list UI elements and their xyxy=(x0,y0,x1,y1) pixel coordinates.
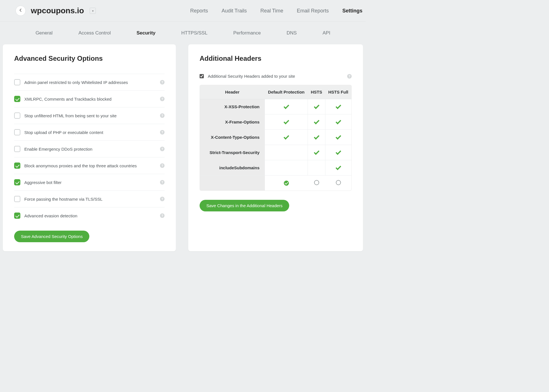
security-option-row: Admin panel restricted to only Whitelist… xyxy=(14,74,165,90)
security-option-row: Force passing the hostname via TLS/SSL? xyxy=(14,190,165,207)
help-icon[interactable]: ? xyxy=(160,180,165,185)
row-header: Strict-Transport-Security xyxy=(200,145,265,160)
topbar-left: wpcoupons.io ▾ xyxy=(16,6,96,16)
tab-general[interactable]: General xyxy=(36,30,53,36)
check-icon xyxy=(336,164,341,170)
table-cell xyxy=(308,99,325,114)
check-icon xyxy=(284,103,289,109)
additional-headers-panel: Additional Headers Additional Security H… xyxy=(188,44,363,251)
table-cell xyxy=(325,99,351,114)
panels-row: Advanced Security Options Admin panel re… xyxy=(0,44,366,258)
col-default-protection: Default Protection xyxy=(265,85,308,99)
table-cell xyxy=(265,160,308,176)
table-row: Strict-Transport-Security xyxy=(200,145,352,160)
headers-toggle-label: Additional Security Headers added to you… xyxy=(208,74,343,79)
tab-https-ssl[interactable]: HTTPS/SSL xyxy=(181,30,208,36)
table-cell xyxy=(265,145,308,160)
security-options-list: Admin panel restricted to only Whitelist… xyxy=(14,74,165,224)
table-cell xyxy=(265,130,308,145)
nav-settings[interactable]: Settings xyxy=(342,8,362,14)
check-icon xyxy=(336,119,341,124)
security-option-row: Stop unfiltered HTML from being sent to … xyxy=(14,107,165,124)
option-checkbox[interactable] xyxy=(14,196,20,202)
col-hsts-full: HSTS Full xyxy=(325,85,351,99)
settings-subtabs: General Access Control Security HTTPS/SS… xyxy=(0,22,366,44)
help-icon[interactable]: ? xyxy=(160,113,165,118)
tab-security[interactable]: Security xyxy=(137,30,155,36)
select-hsts-full[interactable] xyxy=(325,176,351,191)
option-label: XMLRPC, Comments and Trackbacks blocked xyxy=(24,97,156,101)
option-label: Enable Emergency DDoS protection xyxy=(24,147,156,151)
check-icon xyxy=(314,134,319,140)
radio-icon xyxy=(284,181,289,186)
help-icon[interactable]: ? xyxy=(160,197,165,201)
option-checkbox[interactable] xyxy=(14,112,20,119)
blank-cell xyxy=(200,176,265,191)
arrow-left-icon xyxy=(19,8,23,13)
check-icon xyxy=(336,149,341,155)
table-row: X-Content-Type-Options xyxy=(200,130,352,145)
save-headers-button[interactable]: Save Changes in the Additional Headers xyxy=(200,200,289,211)
table-row: includeSubdomains xyxy=(200,160,352,176)
back-button[interactable] xyxy=(16,6,26,16)
table-row: X-XSS-Protection xyxy=(200,99,352,114)
security-option-row: Block anonymous proxies and the top thre… xyxy=(14,157,165,174)
radio-icon xyxy=(336,180,341,185)
radio-icon xyxy=(314,180,319,185)
panel-title: Additional Headers xyxy=(200,55,352,62)
security-option-row: Stop upload of PHP or executable content… xyxy=(14,124,165,140)
option-checkbox[interactable] xyxy=(14,96,20,102)
table-cell xyxy=(265,114,308,130)
security-option-row: Aggressive bot filter? xyxy=(14,174,165,190)
headers-table: Header Default Protection HSTS HSTS Full… xyxy=(200,85,352,191)
option-checkbox[interactable] xyxy=(14,79,20,85)
tab-performance[interactable]: Performance xyxy=(233,30,261,36)
table-header-row: Header Default Protection HSTS HSTS Full xyxy=(200,85,352,99)
option-checkbox[interactable] xyxy=(14,146,20,152)
table-cell xyxy=(308,130,325,145)
tab-dns[interactable]: DNS xyxy=(287,30,297,36)
option-label: Stop upload of PHP or executable content xyxy=(24,130,156,135)
option-checkbox[interactable] xyxy=(14,129,20,135)
col-hsts: HSTS xyxy=(308,85,325,99)
primary-nav: Reports Audit Trails Real Time Email Rep… xyxy=(190,8,362,14)
save-security-button[interactable]: Save Advanced Security Options xyxy=(14,231,89,242)
security-option-row: Advanced evasion detection? xyxy=(14,207,165,224)
col-header: Header xyxy=(200,85,265,99)
help-icon[interactable]: ? xyxy=(160,80,165,85)
help-icon[interactable]: ? xyxy=(347,74,352,79)
headers-toggle-row: Additional Security Headers added to you… xyxy=(200,74,352,79)
option-label: Aggressive bot filter xyxy=(24,180,156,185)
check-icon xyxy=(336,134,341,140)
table-cell xyxy=(325,160,351,176)
help-icon[interactable]: ? xyxy=(160,130,165,135)
help-icon[interactable]: ? xyxy=(160,147,165,151)
headers-enabled-checkbox[interactable] xyxy=(200,74,204,78)
option-checkbox[interactable] xyxy=(14,213,20,219)
security-option-row: XMLRPC, Comments and Trackbacks blocked? xyxy=(14,90,165,107)
help-icon[interactable]: ? xyxy=(160,97,165,101)
row-header: X-XSS-Protection xyxy=(200,99,265,114)
row-header: X-Content-Type-Options xyxy=(200,130,265,145)
site-switcher-dropdown[interactable]: ▾ xyxy=(90,8,96,14)
select-hsts[interactable] xyxy=(308,176,325,191)
nav-real-time[interactable]: Real Time xyxy=(260,8,283,14)
nav-email-reports[interactable]: Email Reports xyxy=(297,8,329,14)
row-header: includeSubdomains xyxy=(200,160,265,176)
tab-access-control[interactable]: Access Control xyxy=(78,30,111,36)
option-checkbox[interactable] xyxy=(14,163,20,169)
option-checkbox[interactable] xyxy=(14,179,20,185)
top-bar: wpcoupons.io ▾ Reports Audit Trails Real… xyxy=(0,0,366,22)
tab-api[interactable]: API xyxy=(323,30,330,36)
help-icon[interactable]: ? xyxy=(160,213,165,218)
panel-title: Advanced Security Options xyxy=(14,55,165,62)
check-icon xyxy=(336,103,341,109)
table-cell xyxy=(325,114,351,130)
nav-audit-trails[interactable]: Audit Trails xyxy=(222,8,247,14)
table-cell xyxy=(325,145,351,160)
check-icon xyxy=(284,119,289,124)
check-icon xyxy=(284,134,289,140)
nav-reports[interactable]: Reports xyxy=(190,8,208,14)
help-icon[interactable]: ? xyxy=(160,163,165,168)
select-default-protection[interactable] xyxy=(265,176,308,191)
